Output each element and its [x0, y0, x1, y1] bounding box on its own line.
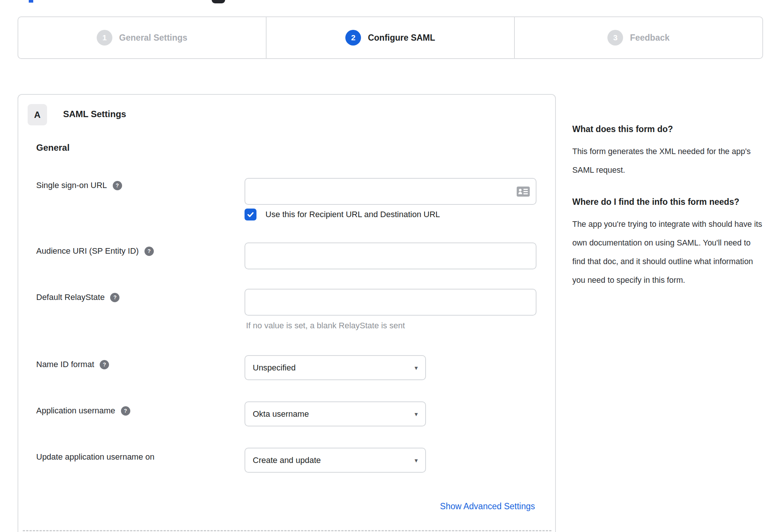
audience-uri-input[interactable] [245, 242, 536, 269]
update-username-label: Update application username on [36, 452, 155, 462]
step-label: Feedback [630, 33, 669, 43]
help-icon[interactable]: ? [121, 406, 130, 416]
sso-url-input[interactable] [245, 178, 536, 205]
chevron-down-icon: ▾ [414, 364, 418, 372]
audience-uri-label: Audience URI (SP Entity ID) [36, 246, 139, 256]
cropped-logo-fragment [29, 0, 33, 3]
sidebar-answer-1: This form generates the XML needed for t… [572, 142, 765, 179]
relaystate-input[interactable] [245, 289, 536, 316]
step-feedback[interactable]: 3 Feedback [514, 17, 762, 58]
audience-uri-label-row: Audience URI (SP Entity ID) ? [36, 246, 154, 256]
general-section-title: General [36, 143, 69, 153]
sso-checkbox-row: Use this for Recipient URL and Destinati… [245, 209, 440, 220]
help-icon[interactable]: ? [144, 247, 154, 256]
step-number-badge: 3 [607, 30, 623, 46]
cropped-header-fragment [212, 0, 225, 3]
sidebar-question-2: Where do I find the info this form needs… [572, 195, 765, 209]
saml-settings-panel: A SAML Settings General Single sign-on U… [18, 94, 556, 532]
show-advanced-settings-link[interactable]: Show Advanced Settings [440, 501, 535, 511]
step-label: General Settings [119, 33, 187, 43]
app-username-select[interactable]: Okta username ▾ [245, 401, 426, 426]
help-icon[interactable]: ? [110, 293, 119, 302]
step-number-badge: 2 [345, 30, 361, 46]
panel-title: SAML Settings [63, 109, 126, 119]
sso-url-input-wrap [245, 178, 536, 205]
step-number-badge: 1 [97, 30, 112, 46]
chevron-down-icon: ▾ [414, 456, 418, 464]
name-id-format-label: Name ID format [36, 360, 94, 369]
update-username-value: Create and update [253, 456, 321, 465]
app-username-label: Application username [36, 406, 115, 416]
update-username-label-row: Update application username on [36, 452, 155, 462]
app-username-value: Okta username [253, 409, 309, 419]
help-sidebar: What does this form do? This form genera… [572, 122, 765, 290]
step-general-settings[interactable]: 1 General Settings [18, 17, 266, 58]
chevron-down-icon: ▾ [414, 410, 418, 418]
relaystate-label-row: Default RelayState ? [36, 292, 119, 302]
relaystate-label: Default RelayState [36, 292, 105, 302]
section-a-badge: A [28, 104, 47, 125]
sso-url-label-row: Single sign-on URL ? [36, 181, 122, 190]
name-id-format-value: Unspecified [253, 363, 296, 373]
recipient-destination-checkbox[interactable] [245, 209, 256, 220]
sso-url-label: Single sign-on URL [36, 181, 107, 190]
section-divider [23, 530, 551, 531]
name-id-format-select[interactable]: Unspecified ▾ [245, 355, 426, 380]
relaystate-help-text: If no value is set, a blank RelayState i… [246, 321, 405, 331]
help-icon[interactable]: ? [113, 181, 122, 190]
name-id-format-label-row: Name ID format ? [36, 360, 109, 369]
step-configure-saml[interactable]: 2 Configure SAML [266, 17, 514, 58]
sidebar-answer-2: The app you're trying to integrate with … [572, 215, 765, 290]
checkmark-icon [247, 211, 254, 218]
contact-card-icon [517, 187, 530, 197]
wizard-stepper: 1 General Settings 2 Configure SAML 3 Fe… [18, 16, 763, 59]
update-username-select[interactable]: Create and update ▾ [245, 448, 426, 473]
sidebar-question-1: What does this form do? [572, 122, 765, 136]
help-icon[interactable]: ? [100, 360, 109, 369]
app-username-label-row: Application username ? [36, 406, 130, 416]
step-label: Configure SAML [368, 33, 435, 43]
configure-saml-page: 1 General Settings 2 Configure SAML 3 Fe… [0, 0, 781, 532]
recipient-destination-checkbox-label: Use this for Recipient URL and Destinati… [265, 210, 440, 219]
